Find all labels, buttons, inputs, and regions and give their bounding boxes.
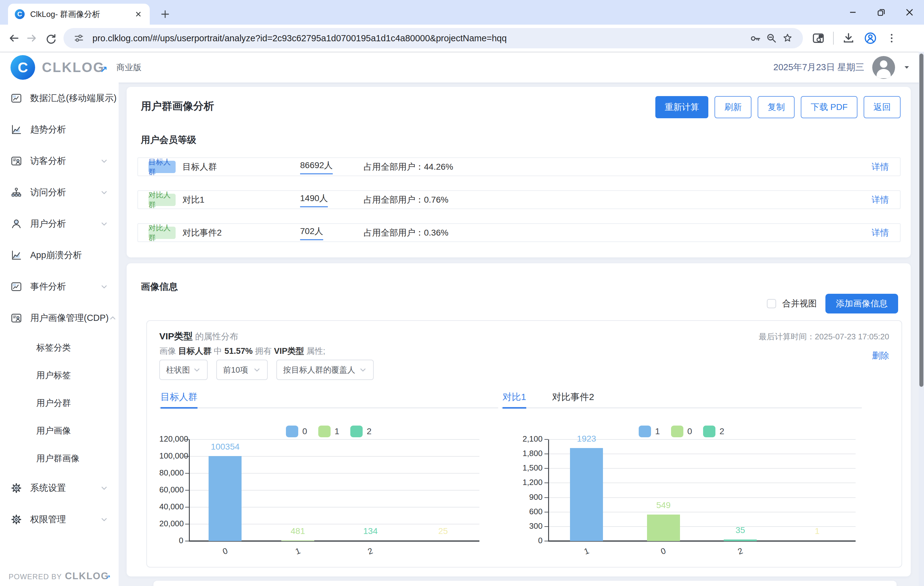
sidebar-item[interactable]: 权限管理 bbox=[0, 504, 119, 535]
avatar-caret-icon[interactable] bbox=[903, 64, 911, 71]
vertical-scrollbar[interactable] bbox=[919, 52, 924, 586]
action-button[interactable]: 下载 PDF bbox=[801, 96, 858, 118]
sidebar: 数据汇总(移动端展示)趋势分析访客分析访问分析用户分析App崩溃分析事件分析用户… bbox=[0, 82, 119, 586]
bar-value-label: 100354 bbox=[201, 442, 250, 452]
page-title: 用户群画像分析 bbox=[141, 99, 214, 113]
member-count-link[interactable]: 86692人 bbox=[300, 160, 333, 174]
window-restore-button[interactable] bbox=[876, 7, 886, 18]
chart-option-select[interactable]: 前10项 bbox=[216, 360, 268, 380]
tab-close-icon[interactable] bbox=[134, 10, 143, 19]
portrait-info-card: 画像信息 合并视图 添加画像信息 VIP类型 的属性分布 最后计算时间：2025… bbox=[127, 263, 911, 576]
current-date: 2025年7月23日 星期三 bbox=[773, 61, 864, 74]
user-avatar[interactable] bbox=[872, 56, 895, 79]
merge-view-checkbox[interactable] bbox=[767, 299, 776, 308]
chart-tab[interactable]: 对比事件2 bbox=[552, 391, 594, 403]
forward-button[interactable] bbox=[23, 29, 41, 48]
new-tab-button[interactable] bbox=[158, 7, 173, 21]
sidebar-item[interactable]: 趋势分析 bbox=[0, 114, 119, 145]
group-badge: 目标人群 bbox=[148, 161, 176, 173]
bar bbox=[570, 448, 603, 541]
bar-value-label: 25 bbox=[418, 526, 468, 536]
legend-label: 1 bbox=[655, 426, 660, 436]
legend-item[interactable]: 2 bbox=[350, 426, 371, 437]
chart-tab[interactable]: 目标人群 bbox=[160, 391, 198, 403]
address-bar[interactable]: pro.clklog.com/#/ups/userportrait/analyz… bbox=[63, 28, 803, 48]
sidebar-item[interactable]: 访客分析 bbox=[0, 145, 119, 177]
window-close-button[interactable] bbox=[904, 7, 915, 18]
action-button[interactable]: 重新计算 bbox=[655, 96, 708, 118]
side-panel-search-icon[interactable] bbox=[812, 31, 825, 45]
reload-button[interactable] bbox=[41, 29, 60, 48]
detail-link[interactable]: 详情 bbox=[872, 161, 889, 173]
downloads-icon[interactable] bbox=[842, 31, 855, 45]
password-key-icon[interactable] bbox=[747, 30, 764, 46]
brand-text: CLKLOG↗ bbox=[42, 60, 109, 75]
brand-arrow-icon: ↗ bbox=[100, 64, 109, 74]
x-tick-label: 2 bbox=[360, 544, 381, 559]
chart-option-select[interactable]: 柱状图 bbox=[159, 360, 208, 380]
action-button[interactable]: 刷新 bbox=[714, 96, 751, 118]
sidebar-item-label: 事件分析 bbox=[30, 280, 66, 293]
legend-item[interactable]: 1 bbox=[318, 426, 340, 437]
action-button[interactable]: 返回 bbox=[864, 96, 901, 118]
sidebar-item[interactable]: 系统设置 bbox=[0, 472, 119, 504]
legend-item[interactable]: 0 bbox=[286, 426, 307, 437]
member-row: 对比人群对比11490人占用全部用户：0.76%详情 bbox=[137, 190, 901, 209]
sidebar-item-label: 趋势分析 bbox=[30, 123, 66, 136]
member-count-link[interactable]: 1490人 bbox=[300, 193, 328, 207]
sidebar-item[interactable]: 标签分类 bbox=[0, 334, 119, 362]
legend-swatch bbox=[318, 426, 331, 437]
sidebar-item[interactable]: 用户分析 bbox=[0, 208, 119, 240]
action-button[interactable]: 复制 bbox=[757, 96, 795, 118]
legend-swatch bbox=[703, 426, 715, 437]
sidebar-item[interactable]: 用户群画像 bbox=[0, 444, 119, 472]
tune-icon[interactable] bbox=[71, 30, 87, 46]
tab-title: ClkLog- 群画像分析 bbox=[30, 9, 128, 20]
legend-item[interactable]: 1 bbox=[639, 426, 660, 437]
sidebar-item[interactable]: 事件分析 bbox=[0, 271, 119, 302]
person-icon bbox=[10, 218, 22, 230]
group-badge: 对比人群 bbox=[148, 194, 176, 206]
y-tick-label: 40,000 bbox=[159, 502, 183, 512]
sidebar-item[interactable]: 用户标签 bbox=[0, 362, 119, 389]
y-tick-label: 80,000 bbox=[159, 468, 183, 477]
sidebar-item[interactable]: 用户画像管理(CDP) bbox=[0, 302, 119, 334]
back-button[interactable] bbox=[4, 29, 23, 48]
zoom-out-icon[interactable] bbox=[764, 30, 779, 46]
delete-link[interactable]: 删除 bbox=[872, 350, 889, 362]
sidebar-item[interactable]: 用户画像 bbox=[0, 417, 119, 444]
chart-tab[interactable]: 对比1 bbox=[503, 391, 526, 403]
profile-icon[interactable] bbox=[863, 31, 878, 45]
legend-item[interactable]: 0 bbox=[671, 426, 692, 437]
org-icon bbox=[10, 187, 22, 198]
window-minimize-button[interactable] bbox=[848, 7, 858, 18]
chart-option-select[interactable]: 按目标人群的覆盖人数降 bbox=[276, 360, 374, 380]
sidebar-item-label: 用户画像 bbox=[36, 425, 71, 437]
x-tick-label: 1 bbox=[576, 544, 597, 559]
sidebar-item[interactable]: App崩溃分析 bbox=[0, 240, 119, 271]
target-group-chart-panel: 目标人群012020,00040,00060,00080,000100,0001… bbox=[159, 390, 498, 563]
tab-underline bbox=[501, 407, 862, 408]
add-portrait-info-button[interactable]: 添加画像信息 bbox=[825, 294, 898, 313]
tab-underline bbox=[159, 407, 498, 408]
vertical-scrollbar-thumb[interactable] bbox=[919, 54, 923, 387]
menu-kebab-icon[interactable] bbox=[886, 32, 898, 44]
detail-link[interactable]: 详情 bbox=[872, 227, 889, 239]
sidebar-item[interactable]: 用户分群 bbox=[0, 389, 119, 417]
member-count-link[interactable]: 702人 bbox=[300, 226, 323, 240]
bar-value-label: 1923 bbox=[562, 434, 611, 444]
sidebar-item[interactable]: 访问分析 bbox=[0, 177, 119, 208]
chevron-down-icon bbox=[359, 366, 367, 374]
card-chart-icon bbox=[10, 92, 22, 104]
bookmark-star-icon[interactable] bbox=[779, 30, 795, 46]
detail-link[interactable]: 详情 bbox=[872, 194, 889, 206]
footer-brand-arrow-icon: ↗ bbox=[106, 573, 111, 581]
sidebar-item-label: 系统设置 bbox=[30, 482, 66, 494]
url-text[interactable]: pro.clklog.com/#/ups/userportrait/analyz… bbox=[92, 33, 747, 43]
browser-tab[interactable]: C ClkLog- 群画像分析 bbox=[8, 4, 150, 25]
gear-icon bbox=[10, 514, 22, 525]
toolbar-divider bbox=[833, 32, 834, 44]
legend-item[interactable]: 2 bbox=[703, 426, 724, 437]
member-level-title: 用户会员等级 bbox=[141, 133, 196, 146]
sidebar-item[interactable]: 数据汇总(移动端展示) bbox=[0, 82, 119, 114]
